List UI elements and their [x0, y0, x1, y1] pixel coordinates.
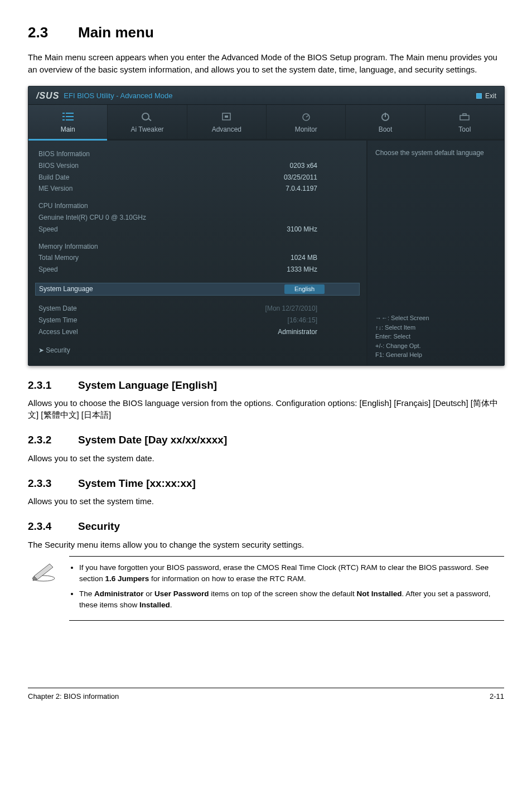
exit-button[interactable]: Exit: [476, 91, 496, 101]
title-2-3-3: System Time [xx:xx:xx]: [78, 477, 196, 489]
tab-advanced-label: Advanced: [187, 125, 266, 134]
label-total-memory: Total Memory: [38, 253, 79, 263]
note-item-1: If you have forgotten your BIOS password…: [79, 562, 504, 584]
label-system-time: System Time: [38, 316, 77, 325]
bios-titlebar: /SUS EFI BIOS Utility - Advanced Mode Ex…: [28, 86, 504, 105]
tab-ai-tweaker[interactable]: Ai Tweaker: [108, 105, 187, 139]
note2-i: .: [170, 601, 172, 609]
help-change-opt: +/-: Change Opt.: [375, 341, 496, 351]
label-mem-speed: Speed: [38, 265, 58, 274]
label-bios-version: BIOS Version: [38, 161, 79, 171]
help-select-item: ↑↓: Select Item: [375, 323, 496, 332]
row-security[interactable]: ➤ Security: [38, 344, 356, 357]
title-2-3-2: System Date [Day xx/xx/xxxx]: [78, 434, 227, 446]
svg-rect-4: [62, 119, 65, 120]
section-heading: 2.3Main menu: [28, 22, 504, 42]
row-system-time[interactable]: System Time [16:46:15]: [38, 315, 356, 326]
svg-rect-15: [463, 114, 466, 115]
row-cpu-speed: Speed 3100 MHz: [38, 224, 356, 235]
tab-monitor-label: Monitor: [267, 125, 345, 134]
body-2-3-2: Allows you to set the system date.: [28, 452, 504, 464]
tab-main-label: Main: [28, 125, 107, 134]
tab-advanced[interactable]: Advanced: [187, 105, 267, 139]
note1-bold: 1.6 Jumpers: [105, 574, 149, 583]
row-total-memory: Total Memory 1024 MB: [38, 252, 356, 264]
note2-d: User Password: [154, 590, 209, 598]
label-me-version: ME Version: [38, 184, 72, 194]
chip-icon: [187, 110, 266, 123]
value-cpu-speed: 3100 MHz: [287, 225, 356, 234]
title-2-3-4: Security: [78, 520, 120, 532]
bios-window-title: EFI BIOS Utility - Advanced Mode: [64, 91, 172, 101]
value-system-time: [16:46:15]: [288, 316, 356, 325]
power-icon: [346, 110, 424, 123]
heading-2-3-4: 2.3.4Security: [28, 519, 504, 534]
tab-main[interactable]: Main: [28, 105, 108, 139]
row-bios-version: BIOS Version 0203 x64: [38, 160, 356, 172]
row-mem-speed: Speed 1333 MHz: [38, 264, 356, 276]
value-system-date: [Mon 12/27/2010]: [265, 304, 356, 313]
help-keys: →←: Select Screen ↑↓: Select Item Enter:…: [375, 313, 496, 360]
value-mem-speed: 1333 MHz: [287, 265, 356, 274]
tab-boot[interactable]: Boot: [346, 105, 425, 139]
help-general-help: F1: General Help: [375, 350, 496, 360]
row-system-language[interactable]: System Language English: [35, 283, 360, 296]
note2-e: items on top of the screen show the defa…: [209, 590, 357, 598]
svg-rect-2: [62, 116, 65, 117]
svg-rect-9: [225, 115, 228, 118]
num-2-3-4: 2.3.4: [28, 519, 78, 534]
exit-icon: [476, 93, 482, 99]
help-select-screen: →←: Select Screen: [375, 313, 496, 323]
note2-f: Not Installed: [357, 590, 402, 598]
asus-logo: /SUS: [36, 90, 59, 102]
svg-rect-7: [148, 118, 152, 121]
heading-2-3-2: 2.3.2System Date [Day xx/xx/xxxx]: [28, 433, 504, 448]
cpu-info-heading: CPU Information: [38, 200, 356, 212]
num-2-3-2: 2.3.2: [28, 433, 78, 448]
monitor-icon: [267, 110, 345, 123]
section-number: 2.3: [28, 22, 78, 42]
help-hint: Choose the system default language: [375, 148, 496, 158]
tab-tool-label: Tool: [425, 125, 504, 134]
mem-info-heading: Memory Information: [38, 241, 356, 253]
title-2-3-1: System Language [English]: [78, 379, 217, 391]
note2-b: Administrator: [94, 590, 144, 598]
row-me-version: ME Version 7.0.4.1197: [38, 183, 356, 195]
svg-rect-14: [460, 115, 469, 120]
tab-monitor[interactable]: Monitor: [267, 105, 346, 139]
svg-rect-0: [62, 113, 65, 114]
label-security: Security: [46, 346, 70, 354]
page-footer: Chapter 2: BIOS information 2-11: [28, 688, 504, 702]
value-system-language: English: [284, 284, 325, 294]
value-total-memory: 1024 MB: [291, 253, 356, 263]
num-2-3-3: 2.3.3: [28, 476, 78, 491]
pencil-note-icon: [31, 559, 56, 582]
tab-tool[interactable]: Tool: [425, 105, 504, 139]
value-build-date: 03/25/2011: [284, 173, 356, 182]
note-box: If you have forgotten your BIOS password…: [28, 556, 504, 621]
note-item-2: The Administrator or User Password items…: [79, 588, 504, 610]
bios-main-panel: BIOS Information BIOS Version 0203 x64 B…: [28, 141, 367, 365]
cpu-name: Genuine Intel(R) CPU 0 @ 3.10GHz: [38, 212, 356, 224]
svg-point-6: [142, 113, 149, 120]
body-2-3-3: Allows you to set the system time.: [28, 495, 504, 507]
chevron-right-icon: ➤: [38, 346, 44, 355]
heading-2-3-1: 2.3.1System Language [English]: [28, 378, 504, 393]
value-bios-version: 0203 x64: [290, 161, 356, 171]
tab-tweaker-label: Ai Tweaker: [108, 125, 186, 134]
bios-help-panel: Choose the system default language →←: S…: [367, 141, 504, 365]
section-intro: The Main menu screen appears when you en…: [28, 51, 504, 76]
value-access-level: Administrator: [278, 327, 356, 337]
svg-rect-3: [66, 116, 74, 117]
row-system-date[interactable]: System Date [Mon 12/27/2010]: [38, 303, 356, 315]
bios-window: /SUS EFI BIOS Utility - Advanced Mode Ex…: [28, 86, 505, 366]
label-access-level: Access Level: [38, 327, 78, 337]
note2-c: or: [144, 590, 155, 598]
tweaker-icon: [108, 110, 186, 123]
note2-a: The: [79, 590, 94, 598]
help-enter: Enter: Select: [375, 332, 496, 341]
bios-info-heading: BIOS Information: [38, 148, 356, 160]
label-system-language: System Language: [39, 284, 93, 294]
svg-rect-5: [66, 119, 74, 120]
footer-chapter: Chapter 2: BIOS information: [28, 692, 119, 702]
